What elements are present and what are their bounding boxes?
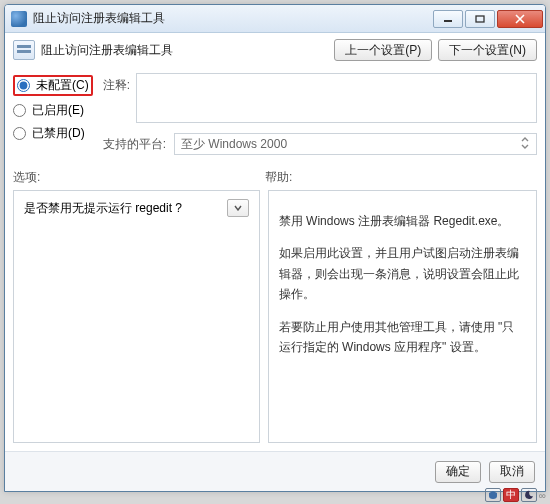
options-pane: 是否禁用无提示运行 regedit ? [13,190,260,443]
radio-not-configured-label: 未配置(C) [36,77,89,94]
tray-icon-2[interactable] [521,488,537,502]
radio-disabled-input[interactable] [13,127,26,140]
radio-enabled[interactable]: 已启用(E) [13,102,93,119]
help-label: 帮助: [265,169,292,186]
radio-enabled-label: 已启用(E) [32,102,84,119]
option-question: 是否禁用无提示运行 regedit ? [24,200,182,217]
help-pane: 禁用 Windows 注册表编辑器 Regedit.exe。 如果启用此设置，并… [268,190,537,443]
help-text-3: 若要防止用户使用其他管理工具，请使用 "只运行指定的 Windows 应用程序"… [279,317,526,358]
window-buttons [433,10,543,28]
radio-enabled-input[interactable] [13,104,26,117]
tray-icon-1[interactable] [485,488,501,502]
panes: 是否禁用无提示运行 regedit ? 禁用 Windows 注册表编辑器 Re… [13,190,537,443]
chevron-up-down-icon [520,136,530,153]
options-label: 选项: [13,169,265,186]
chevron-down-icon [234,205,242,211]
radio-list: 未配置(C) 已启用(E) 已禁用(D) [13,73,93,142]
help-text-2: 如果启用此设置，并且用户试图启动注册表编辑器，则会出现一条消息，说明设置会阻止此… [279,243,526,304]
platform-label: 支持的平台: [103,136,166,153]
ok-button[interactable]: 确定 [435,461,481,483]
comment-textarea[interactable] [136,73,537,123]
radio-disabled[interactable]: 已禁用(D) [13,125,93,142]
shield-icon [488,490,498,500]
header-row: 阻止访问注册表编辑工具 上一个设置(P) 下一个设置(N) [13,39,537,61]
radio-not-configured-input[interactable] [17,79,30,92]
dialog-footer: 确定 取消 [5,451,545,491]
comment-column: 注释: 支持的平台: 至少 Windows 2000 [103,73,537,155]
close-button[interactable] [497,10,543,28]
window-title: 阻止访问注册表编辑工具 [33,10,433,27]
system-tray: 中 ∞ [485,486,546,504]
platform-select[interactable]: 至少 Windows 2000 [174,133,537,155]
option-dropdown-button[interactable] [227,199,249,217]
platform-value: 至少 Windows 2000 [181,136,287,153]
tray-extra: ∞ [539,490,546,501]
svg-rect-0 [444,20,452,22]
nav-buttons: 上一个设置(P) 下一个设置(N) [334,39,537,61]
minimize-icon [443,15,453,23]
option-row: 是否禁用无提示运行 regedit ? [24,199,249,217]
previous-setting-button[interactable]: 上一个设置(P) [334,39,432,61]
maximize-button[interactable] [465,10,495,28]
state-group: 未配置(C) 已启用(E) 已禁用(D) 注释: 支持的平台: [13,73,537,155]
moon-icon [524,490,534,500]
maximize-icon [475,15,485,23]
policy-icon [13,40,35,60]
close-icon [514,14,526,24]
comment-row: 注释: [103,73,537,123]
platform-row: 支持的平台: 至少 Windows 2000 [103,133,537,155]
client-area: 阻止访问注册表编辑工具 上一个设置(P) 下一个设置(N) 未配置(C) 已启用… [5,33,545,451]
app-icon [11,11,27,27]
next-setting-button[interactable]: 下一个设置(N) [438,39,537,61]
ime-indicator[interactable]: 中 [503,488,519,502]
cancel-button[interactable]: 取消 [489,461,535,483]
comment-label: 注释: [103,73,130,94]
minimize-button[interactable] [433,10,463,28]
titlebar[interactable]: 阻止访问注册表编辑工具 [5,5,545,33]
dialog-window: 阻止访问注册表编辑工具 阻止访问注册表编辑工具 上一个设置(P) 下一个设置(N… [4,4,546,492]
radio-not-configured[interactable]: 未配置(C) [13,75,93,96]
radio-disabled-label: 已禁用(D) [32,125,85,142]
svg-rect-1 [476,16,484,22]
setting-title: 阻止访问注册表编辑工具 [41,42,173,59]
help-text-1: 禁用 Windows 注册表编辑器 Regedit.exe。 [279,211,526,231]
section-labels: 选项: 帮助: [13,169,537,186]
